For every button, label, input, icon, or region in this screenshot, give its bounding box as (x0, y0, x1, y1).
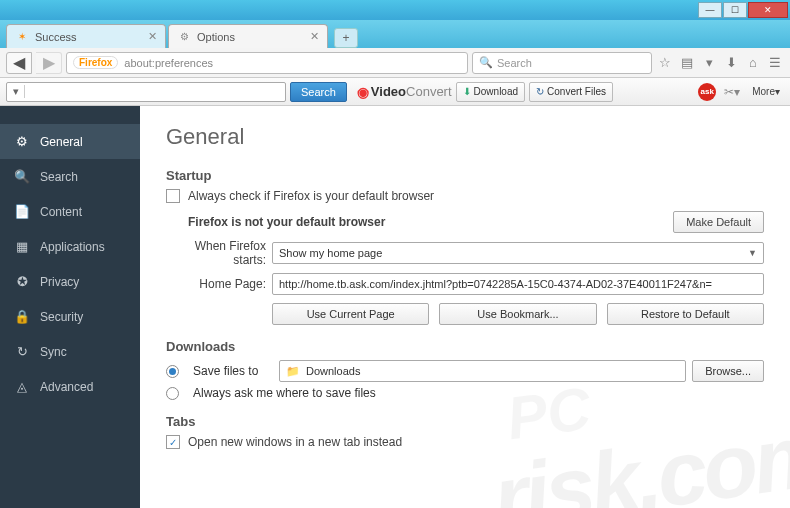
save-files-radio[interactable] (166, 365, 179, 378)
close-button[interactable]: ✕ (748, 2, 788, 18)
url-text: about:preferences (124, 57, 213, 69)
tab-success[interactable]: ✶ Success ✕ (6, 24, 166, 48)
page-title: General (166, 124, 764, 150)
download-icon: ⬇ (463, 86, 471, 97)
sidebar-item-sync[interactable]: ↻Sync (0, 334, 140, 369)
videoconvert-toolbar: ▾ Search ◉ VideoConvert ⬇ Download ↻ Con… (0, 78, 790, 106)
open-new-windows-label: Open new windows in a new tab instead (188, 435, 402, 449)
sidebar-item-general[interactable]: ⚙General (0, 124, 140, 159)
not-default-text: Firefox is not your default browser (188, 215, 385, 229)
chevron-down-icon: ▼ (748, 248, 757, 258)
sparkle-icon: ✶ (15, 30, 29, 44)
sidebar-item-search[interactable]: 🔍Search (0, 159, 140, 194)
tab-label: Options (197, 31, 235, 43)
close-tab-icon[interactable]: ✕ (310, 30, 319, 43)
convert-button[interactable]: ↻ Convert Files (529, 82, 613, 102)
tab-label: Success (35, 31, 77, 43)
bookmark-star-icon[interactable]: ☆ (656, 55, 674, 70)
back-button[interactable]: ◀ (6, 52, 32, 74)
pocket-icon[interactable]: ▾ (700, 55, 718, 70)
toolbar-search-button[interactable]: Search (290, 82, 347, 102)
menu-icon[interactable]: ☰ (766, 55, 784, 70)
gear-icon: ⚙ (14, 134, 30, 149)
mask-icon: ✪ (14, 274, 30, 289)
save-files-label: Save files to (193, 364, 273, 378)
window-titlebar: — ☐ ✕ (0, 0, 790, 20)
sidebar-item-applications[interactable]: ▦Applications (0, 229, 140, 264)
convert-icon: ↻ (536, 86, 544, 97)
use-current-page-button[interactable]: Use Current Page (272, 303, 429, 325)
url-bar[interactable]: Firefox about:preferences (66, 52, 468, 74)
homepage-label: Home Page: (166, 277, 266, 291)
lock-icon: 🔒 (14, 309, 30, 324)
nav-bar: ◀ ▶ Firefox about:preferences 🔍 Search ☆… (0, 48, 790, 78)
search-icon: 🔍 (479, 56, 493, 69)
startup-heading: Startup (166, 168, 764, 183)
restore-default-button[interactable]: Restore to Default (607, 303, 764, 325)
search-icon: 🔍 (14, 169, 30, 184)
sidebar-item-content[interactable]: 📄Content (0, 194, 140, 229)
ask-badge-icon[interactable]: ask (698, 83, 716, 101)
browse-button[interactable]: Browse... (692, 360, 764, 382)
open-new-windows-checkbox[interactable] (166, 435, 180, 449)
preferences-content: General Startup Always check if Firefox … (140, 106, 790, 508)
always-check-checkbox[interactable] (166, 189, 180, 203)
sidebar-item-advanced[interactable]: ◬Advanced (0, 369, 140, 404)
when-starts-label: When Firefox starts: (166, 239, 266, 267)
use-bookmark-button[interactable]: Use Bookmark... (439, 303, 596, 325)
downloads-heading: Downloads (166, 339, 764, 354)
toolbar-search-input[interactable]: ▾ (6, 82, 286, 102)
tools-icon[interactable]: ✂▾ (724, 85, 740, 99)
preferences-main: ⚙General 🔍Search 📄Content ▦Applications … (0, 106, 790, 508)
search-bar[interactable]: 🔍 Search (472, 52, 652, 74)
identity-box[interactable]: Firefox (73, 56, 118, 69)
always-check-label: Always check if Firefox is your default … (188, 189, 434, 203)
tab-options[interactable]: ⚙ Options ✕ (168, 24, 328, 48)
sidebar-item-privacy[interactable]: ✪Privacy (0, 264, 140, 299)
downloads-icon[interactable]: ⬇ (722, 55, 740, 70)
always-ask-radio[interactable] (166, 387, 179, 400)
sync-icon: ↻ (14, 344, 30, 359)
home-icon[interactable]: ⌂ (744, 55, 762, 70)
folder-icon: 📁 (286, 365, 300, 378)
swirl-icon: ◉ (357, 84, 369, 100)
homepage-input[interactable]: http://home.tb.ask.com/index.jhtml?ptb=0… (272, 273, 764, 295)
document-icon: 📄 (14, 204, 30, 219)
sidebar-item-security[interactable]: 🔒Security (0, 299, 140, 334)
forward-button[interactable]: ▶ (36, 52, 62, 74)
bookmarks-menu-icon[interactable]: ▤ (678, 55, 696, 70)
maximize-button[interactable]: ☐ (723, 2, 747, 18)
videoconvert-logo[interactable]: ◉ VideoConvert (357, 84, 452, 100)
new-tab-button[interactable]: + (334, 28, 358, 48)
close-tab-icon[interactable]: ✕ (148, 30, 157, 43)
grid-icon: ▦ (14, 239, 30, 254)
always-ask-label: Always ask me where to save files (193, 386, 376, 400)
when-starts-select[interactable]: Show my home page ▼ (272, 242, 764, 264)
tab-strip: ✶ Success ✕ ⚙ Options ✕ + (0, 20, 790, 48)
advanced-icon: ◬ (14, 379, 30, 394)
gear-icon: ⚙ (177, 30, 191, 44)
minimize-button[interactable]: — (698, 2, 722, 18)
more-button[interactable]: More▾ (748, 86, 784, 97)
download-folder-field[interactable]: 📁 Downloads (279, 360, 686, 382)
make-default-button[interactable]: Make Default (673, 211, 764, 233)
tabs-heading: Tabs (166, 414, 764, 429)
preferences-sidebar: ⚙General 🔍Search 📄Content ▦Applications … (0, 106, 140, 508)
toolbar-search-dropdown[interactable]: ▾ (7, 85, 25, 98)
download-button[interactable]: ⬇ Download (456, 82, 525, 102)
search-placeholder: Search (497, 57, 532, 69)
